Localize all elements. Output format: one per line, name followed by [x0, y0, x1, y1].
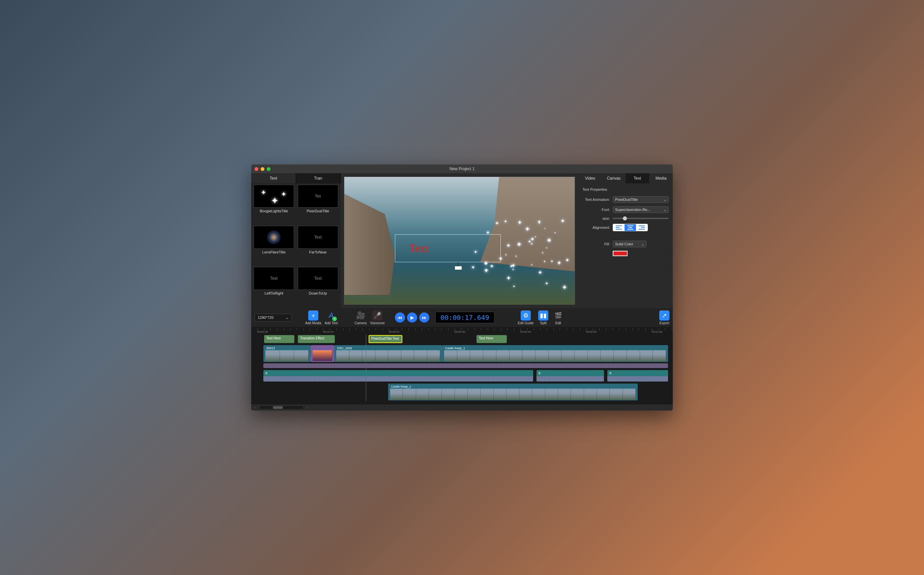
camera-button[interactable]: 🎥 Camera — [355, 310, 367, 325]
video-clip[interactable]: Castle Keep_1 — [388, 384, 638, 400]
tab-transition[interactable]: Tran — [296, 173, 341, 183]
preset-BoogieLightsTitle[interactable]: ✦✦✦BoogieLightsTitle — [253, 185, 296, 224]
align-right-button[interactable] — [636, 224, 647, 231]
sparkle-icon: ✦ — [512, 268, 515, 271]
edit-guide-button[interactable]: ⚙ Edit Guide — [518, 310, 534, 325]
text-overlay: Text — [409, 242, 429, 254]
next-button[interactable]: ⏭ — [419, 313, 429, 322]
sparkle-icon: ✦ — [544, 227, 545, 230]
sparkle-icon: ✦ — [543, 259, 546, 263]
preset-LensFlareTitle[interactable]: LensFlareTitle — [253, 226, 296, 265]
prev-button[interactable]: ⏮ — [395, 313, 405, 322]
text-clip[interactable]: PixieDustTitle:Text — [369, 335, 402, 343]
zoom-slider[interactable] — [259, 406, 303, 409]
camera-icon: 🎥 — [355, 310, 366, 321]
sparkle-icon: ✦ — [483, 267, 489, 274]
label-size: size: — [582, 216, 613, 221]
ruler-label: 00:00:20 — [389, 330, 399, 334]
preset-DownToUp[interactable]: TextDownToUp — [297, 267, 340, 307]
add-text-icon: A+ — [326, 310, 336, 321]
sparkle-icon: ✦ — [542, 251, 544, 254]
scenery — [344, 194, 395, 295]
preset-FarToNear[interactable]: TextFarToNear — [297, 226, 340, 265]
tab-text[interactable]: Text — [251, 173, 296, 183]
props-title: Text Porperties — [582, 187, 669, 191]
ruler-label: 00:00:50 — [586, 330, 596, 334]
fill-color-swatch[interactable] — [613, 251, 628, 256]
presets-grid: ✦✦✦BoogieLightsTitleTexPixieDustTitleLen… — [251, 183, 340, 308]
export-icon: ➚ — [659, 310, 670, 321]
audio-clip[interactable]: a — [263, 370, 533, 381]
microphone-icon: 🎤 — [372, 310, 382, 321]
tab-text-props[interactable]: Text — [625, 173, 649, 183]
select-animation[interactable]: PixieDustTitle — [613, 196, 669, 203]
preview-canvas[interactable]: ✦✦✦✦✦✦✦✦✦✦✦✦✦✦✦✦✦✦✦✦✦✦✦✦✦✦✦✦✦✦✦✦✦✦✦✦✦✦✦✦… — [344, 176, 575, 305]
sparkle-icon: ✦ — [490, 263, 494, 269]
video-track[interactable]: 00013DSC_1632Castle Keep_1 — [257, 345, 673, 363]
clapper-icon: 🎬 — [553, 310, 563, 321]
audio-track[interactable]: aaa — [257, 369, 673, 382]
label-fill: Fill: — [582, 242, 613, 246]
slider-thumb[interactable] — [273, 406, 283, 409]
left-tabs: Text Tran — [251, 173, 340, 183]
sparkle-icon: ✦ — [530, 236, 534, 242]
preview-area: ✦✦✦✦✦✦✦✦✦✦✦✦✦✦✦✦✦✦✦✦✦✦✦✦✦✦✦✦✦✦✦✦✦✦✦✦✦✦✦✦… — [340, 173, 578, 308]
time-ruler[interactable]: 00:00:0000:00:1000:00:2000:00:3000:00:40… — [251, 328, 673, 334]
split-button[interactable]: ▮▮ Split — [538, 310, 548, 325]
video-track-2[interactable]: Castle Keep_1 — [257, 383, 673, 401]
text-clip[interactable]: Text Here — [477, 335, 507, 343]
sparkle-icon: ✦ — [471, 265, 475, 270]
titlebar: New Project 1 — [251, 165, 673, 173]
video-clip[interactable] — [310, 345, 334, 362]
voiceover-button[interactable]: 🎤 Voiceover — [370, 310, 385, 325]
playhead[interactable] — [366, 334, 366, 401]
sparkle-icon: ✦ — [516, 240, 522, 248]
add-media-button[interactable]: ＋ Add Media — [305, 310, 321, 325]
sparkle-icon: ✦ — [554, 232, 556, 234]
play-button[interactable]: ▶ — [407, 313, 417, 322]
resolution-select[interactable]: 1280*720⌄ — [254, 314, 292, 322]
select-font[interactable]: Superclarendon-Re... — [613, 206, 669, 213]
align-center-button[interactable] — [625, 224, 636, 231]
video-clip[interactable]: 00013 — [263, 345, 310, 362]
edit-button[interactable]: 🎬 Edit — [553, 310, 563, 325]
tab-video[interactable]: Video — [578, 173, 602, 183]
preset-PixieDustTitle[interactable]: TexPixieDustTitle — [297, 185, 340, 224]
add-text-button[interactable]: A+ Add Text — [325, 310, 338, 325]
zoom-out-icon[interactable]: ▫ — [254, 406, 256, 410]
text-clip[interactable]: Text Here — [264, 335, 294, 343]
sparkle-icon: ✦ — [545, 281, 548, 286]
audio-clip[interactable]: a — [608, 370, 668, 381]
sparkle-icon: ✦ — [531, 264, 533, 266]
audio-clip[interactable]: a — [536, 370, 604, 381]
zoom-in-icon[interactable]: ▫ — [307, 406, 308, 410]
ruler-label: 00:00:00 — [257, 330, 268, 334]
sparkle-icon: ✦ — [565, 257, 569, 263]
app-window: New Project 1 Text Tran ✦✦✦BoogieLightsT… — [251, 165, 673, 410]
maximize-icon[interactable] — [267, 167, 270, 171]
text-overlay-box[interactable]: Text — [395, 234, 501, 262]
tab-media[interactable]: Media — [649, 173, 673, 183]
text-track[interactable]: Text HereTransition EffectPixieDustTitle… — [257, 334, 673, 344]
label-alignment: Alignment: — [582, 226, 613, 230]
align-left-button[interactable] — [613, 224, 625, 231]
minimize-icon[interactable] — [261, 167, 264, 171]
waveform-track — [257, 363, 673, 369]
preset-LeftToRight[interactable]: TextLeftToRight — [253, 267, 296, 307]
export-button[interactable]: ➚ Export — [659, 310, 670, 325]
video-clip[interactable]: DSC_1632 — [334, 345, 442, 362]
scenery — [455, 266, 462, 270]
sparkle-icon: ✦ — [525, 226, 530, 233]
close-icon[interactable] — [254, 167, 258, 171]
sparkle-icon: ✦ — [512, 284, 515, 288]
select-fill[interactable]: Solid Color — [613, 241, 646, 248]
slider-thumb[interactable] — [623, 216, 627, 221]
ruler-label: 00:00:30 — [455, 330, 465, 334]
window-title: New Project 1 — [450, 167, 475, 171]
text-clip[interactable]: Transition Effect — [298, 335, 335, 343]
slider-size[interactable] — [613, 218, 669, 219]
tab-canvas[interactable]: Canvas — [602, 173, 625, 183]
timecode: 00:00:17.649 — [435, 312, 495, 323]
video-clip[interactable]: Castle Keep_1 — [442, 345, 668, 362]
sparkle-icon: ✦ — [504, 219, 507, 224]
